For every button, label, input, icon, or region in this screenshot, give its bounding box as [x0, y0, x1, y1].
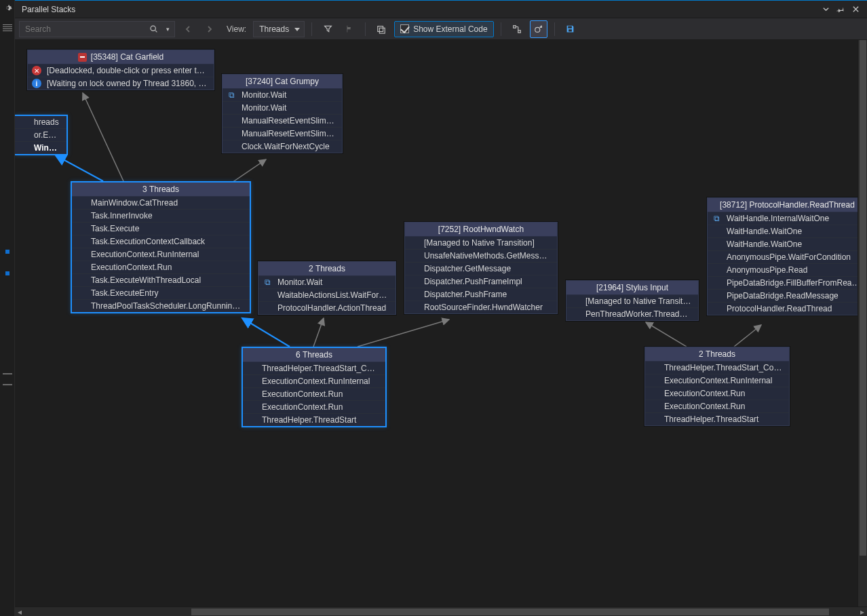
editor-left-rail	[0, 0, 15, 616]
svg-line-9	[242, 318, 290, 347]
node-row[interactable]: ⧉ WaitHandle.InternalWaitOne	[708, 212, 867, 225]
node-row[interactable]: Task.ExecuteWithThreadLocal	[72, 274, 250, 287]
horizontal-scrollbar[interactable]: ◂ ▸	[15, 607, 867, 616]
node-title: [21964] Stylus Input	[596, 283, 668, 292]
graph-canvas[interactable]: [35348] Cat Garfield ✕ [Deadlocked, doub…	[15, 40, 867, 616]
pin-icon[interactable]	[833, 2, 848, 17]
node-row[interactable]: ✕ [Deadlocked, double-click or press ent…	[28, 64, 214, 77]
node-row[interactable]: Task.InnerInvoke	[72, 210, 250, 223]
node-row[interactable]: Dispatcher.GetMessage	[405, 263, 557, 275]
node-row[interactable]: ExecutionContext.Run	[645, 400, 789, 413]
node-row[interactable]: Task.ExecutionContextCallback	[72, 235, 250, 248]
node-row[interactable]: ProtocolHandler.ReadThread	[708, 303, 867, 315]
node-6-threads[interactable]: 6 Threads ThreadHelper.ThreadStart_Conte…	[242, 347, 387, 427]
node-header[interactable]: 6 Threads	[243, 348, 385, 362]
scrollbar-thumb[interactable]	[860, 40, 866, 556]
node-row[interactable]: [Managed to Native Transition]	[405, 237, 557, 250]
node-row[interactable]: PenThreadWorker.ThreadProc	[566, 308, 698, 320]
node-row[interactable]: ExecutionContext.Run	[72, 261, 250, 274]
node-row[interactable]: WaitHandle.WaitOne	[708, 238, 867, 251]
close-icon[interactable]	[848, 2, 863, 17]
node-row[interactable]: Task.Execute	[72, 223, 250, 235]
node-row[interactable]: Clock.WaitForNextCycle	[223, 140, 342, 153]
node-row[interactable]: ProtocolHandler.ActionThread	[258, 302, 396, 314]
node-title: 3 Threads	[142, 185, 179, 194]
node-row[interactable]: ExecutionContext.Run	[243, 388, 385, 401]
toggle-layout-button[interactable]	[508, 20, 526, 38]
node-cat-garfield[interactable]: [35348] Cat Garfield ✕ [Deadlocked, doub…	[27, 50, 214, 90]
node-row[interactable]: ManualResetEventSlim.Wait	[223, 115, 342, 128]
node-row[interactable]: ExecutionContext.RunInternal	[243, 375, 385, 388]
svg-point-5	[535, 27, 539, 32]
search-dropdown-icon[interactable]: ▾	[161, 21, 174, 37]
gear-icon[interactable]	[0, 0, 15, 15]
node-row[interactable]: ⧉ Monitor.Wait	[258, 276, 396, 289]
show-external-code-toggle[interactable]: Show External Code	[394, 21, 493, 37]
node-row[interactable]: ManualResetEventSlim.Wait	[223, 128, 342, 140]
node-2-threads-b[interactable]: 2 Threads ThreadHelper.ThreadStart_Conte…	[644, 347, 790, 426]
node-row[interactable]: or.Enter	[15, 129, 66, 142]
node-row[interactable]: ExecutionContext.Run	[243, 401, 385, 414]
node-stylus-input[interactable]: [21964] Stylus Input [Managed to Native …	[566, 280, 699, 321]
auto-layout-button[interactable]	[530, 20, 547, 38]
node-2-threads-a[interactable]: 2 Threads ⧉ Monitor.Wait WaitableActions…	[258, 261, 396, 315]
node-root-hwnd[interactable]: [7252] RootHwndWatch [Managed to Native …	[404, 222, 558, 314]
node-row[interactable]: MainWindow.CatThread	[72, 197, 250, 210]
node-row[interactable]: ThreadHelper.ThreadStart_Context	[645, 362, 789, 374]
node-header[interactable]: [7252] RootHwndWatch	[405, 223, 557, 237]
node-row[interactable]: ExecutionContext.RunInternal	[72, 248, 250, 261]
node-header[interactable]: 2 Threads	[258, 262, 396, 276]
nav-back-button[interactable]	[179, 20, 197, 38]
node-row[interactable]: PipeDataBridge.FillBufferFromReadPipe	[708, 277, 867, 290]
node-row[interactable]: ThreadPoolTaskScheduler.LongRunningThre…	[72, 300, 250, 312]
node-row[interactable]: hreads	[15, 116, 66, 129]
node-header[interactable]: [21964] Stylus Input	[566, 281, 698, 295]
node-row[interactable]: Dispatcher.PushFrameImpl	[405, 275, 557, 288]
drag-handle-icon[interactable]	[3, 28, 12, 31]
scrollbar-thumb[interactable]	[191, 609, 829, 615]
node-row[interactable]: ThreadHelper.ThreadStart_Context	[243, 362, 385, 375]
nav-forward-button[interactable]	[201, 20, 218, 38]
node-row[interactable]: WaitableActionsList.WaitForData	[258, 289, 396, 302]
node-row[interactable]: PipeDataBridge.ReadMessage	[708, 290, 867, 303]
node-row[interactable]: ExecutionContext.RunInternal	[645, 374, 789, 387]
node-row[interactable]: Dispatcher.PushFrame	[405, 288, 557, 301]
node-row[interactable]: ThreadHelper.ThreadStart	[645, 413, 789, 425]
node-row[interactable]: ThreadHelper.ThreadStart	[243, 414, 385, 426]
node-row[interactable]: RootSourceFinder.HwndWatcher	[405, 301, 557, 313]
node-row[interactable]: AnonymousPipe.Read	[708, 264, 867, 277]
node-title: 2 Threads	[699, 349, 735, 359]
scroll-right-icon[interactable]: ▸	[858, 607, 867, 616]
node-row[interactable]: Monitor.Wait	[223, 102, 342, 115]
node-row[interactable]: AnonymousPipe.WaitForCondition	[708, 251, 867, 264]
node-3-threads[interactable]: 3 Threads MainWindow.CatThread Task.Inne…	[71, 181, 251, 313]
node-row[interactable]: WaitHandle.WaitOne	[708, 225, 867, 238]
node-row[interactable]: ExecutionContext.Run	[645, 387, 789, 400]
node-row[interactable]: UnsafeNativeMethods.GetMessageW	[405, 250, 557, 263]
node-header[interactable]: [37240] Cat Grumpy	[223, 75, 342, 89]
node-title: [37240] Cat Grumpy	[246, 77, 319, 86]
node-partial-threads[interactable]: hreads or.Enter Window.Buy	[15, 115, 68, 155]
node-protocol-read[interactable]: [38712] ProtocolHandler.ReadThread ⧉ Wai…	[707, 197, 867, 315]
drag-handle-icon[interactable]	[3, 24, 12, 27]
node-header[interactable]: [35348] Cat Garfield	[28, 50, 214, 64]
frames-button[interactable]	[372, 20, 390, 38]
vertical-scrollbar[interactable]	[858, 40, 867, 607]
node-header[interactable]: 3 Threads	[72, 182, 250, 197]
node-header[interactable]: [38712] ProtocolHandler.ReadThread	[708, 198, 867, 212]
scroll-left-icon[interactable]: ◂	[15, 607, 24, 616]
node-row[interactable]: ⧉ Monitor.Wait	[223, 89, 342, 102]
thread-icon: ⧉	[712, 214, 721, 223]
search-icon[interactable]	[147, 21, 160, 37]
node-row[interactable]: i [Waiting on lock owned by Thread 31860…	[28, 77, 214, 90]
save-button[interactable]	[562, 20, 579, 38]
node-header[interactable]: 2 Threads	[645, 347, 789, 362]
filter-button[interactable]	[319, 20, 336, 38]
view-select[interactable]: Threads	[253, 21, 305, 37]
node-row[interactable]: [Managed to Native Transition]	[566, 295, 698, 308]
node-row[interactable]: Window.Buy	[15, 142, 66, 154]
node-row[interactable]: Task.ExecuteEntry	[72, 287, 250, 300]
dropdown-button[interactable]	[818, 2, 833, 17]
flag-button[interactable]	[341, 20, 358, 38]
node-cat-grumpy[interactable]: [37240] Cat Grumpy ⧉ Monitor.Wait Monito…	[222, 74, 343, 153]
